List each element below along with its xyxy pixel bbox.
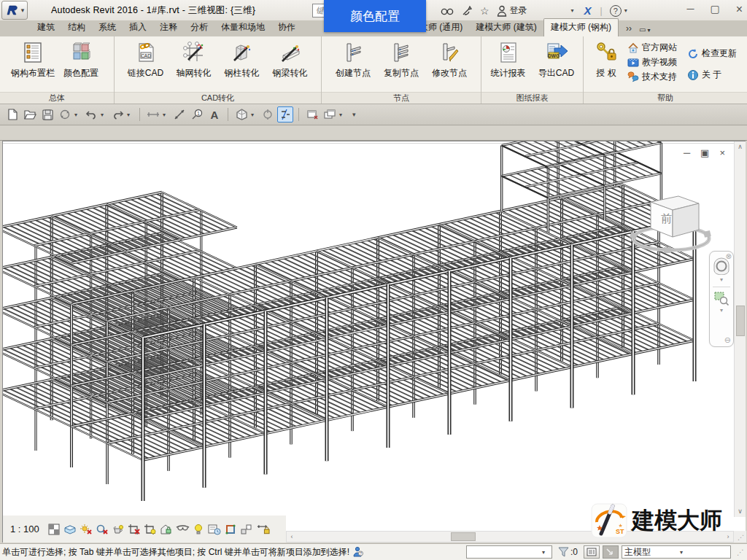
modify-joint-button[interactable]: 修改节点 — [425, 39, 473, 79]
signin-person-icon[interactable] — [497, 5, 507, 17]
view-close-icon[interactable]: × — [719, 147, 725, 158]
sun-path-icon[interactable] — [80, 522, 93, 536]
undo-dropdown-icon[interactable]: ▾ — [101, 112, 108, 118]
zoom-dropdown-icon[interactable]: ▾ — [720, 307, 723, 314]
view-minimize-icon[interactable]: ─ — [684, 147, 690, 158]
analytical-model-icon[interactable] — [224, 522, 238, 536]
customize-qat-icon[interactable]: ▾ — [352, 111, 360, 118]
window-resize-grip[interactable]: ⋰ — [737, 548, 745, 556]
exclude-options-button[interactable] — [603, 545, 619, 559]
column-convert-button[interactable]: 钢柱转化 — [218, 39, 266, 79]
navbar-close-icon[interactable]: ⊗ — [726, 252, 732, 260]
help-dropdown-icon[interactable]: ▾ — [624, 7, 632, 14]
tab-architecture[interactable]: 建筑 — [31, 19, 61, 36]
help-icon[interactable]: ? — [610, 5, 622, 17]
report-button[interactable]: 统计报表 — [484, 39, 533, 79]
active-workset-select[interactable]: 主模型 ▾ — [622, 545, 731, 559]
visual-style-icon[interactable] — [63, 522, 77, 536]
wheel-dropdown-icon[interactable]: ▾ — [720, 276, 723, 283]
navigation-bar[interactable]: ⊗ ▾ ▾ ⊖ — [709, 251, 734, 347]
tab-massing-site[interactable]: 体量和场地 — [214, 19, 271, 36]
measure-dropdown-icon[interactable]: ▾ — [163, 112, 170, 118]
search-binoculars-icon[interactable] — [441, 5, 454, 17]
beam-convert-button[interactable]: 钢梁转化 — [266, 39, 314, 79]
editable-only-button[interactable] — [584, 545, 600, 559]
signin-dropdown-icon[interactable]: ▾ — [571, 7, 578, 14]
measure-icon[interactable] — [145, 106, 161, 122]
scale-button[interactable]: 1 : 100 — [10, 524, 39, 534]
switch-windows-icon[interactable] — [322, 106, 338, 122]
vertical-scrollbar[interactable]: ∧ ∨ — [734, 141, 746, 517]
displacement-icon[interactable] — [240, 522, 254, 536]
scroll-right-icon[interactable]: › — [723, 533, 733, 540]
unlocked-view-icon[interactable] — [160, 522, 174, 536]
copy-joint-button[interactable]: 复制节点 — [377, 39, 425, 79]
render-icon[interactable] — [112, 522, 125, 536]
sync-dropdown-icon[interactable]: ▾ — [74, 112, 82, 118]
viewcube[interactable]: 前 — [629, 174, 716, 258]
tab-structure[interactable]: 结构 — [61, 19, 92, 36]
tab-master-steel[interactable]: 建模大师 (钢构) — [543, 18, 619, 36]
switch-windows-dropdown-icon[interactable]: ▾ — [339, 112, 347, 118]
more-tabs-icon[interactable]: ›› — [626, 23, 632, 36]
minimize-button[interactable]: ─ — [687, 3, 694, 16]
default-3d-view-icon[interactable] — [233, 106, 249, 122]
tab-master-architecture[interactable]: 建模大师 (建筑) — [469, 19, 543, 36]
ribbon-state-toggle-icon[interactable]: ▭ — [639, 26, 646, 36]
steel-layout-button[interactable]: 钢构布置栏 — [9, 39, 57, 79]
thin-lines-icon[interactable] — [277, 106, 293, 122]
undo-icon[interactable] — [83, 106, 99, 122]
design-options-select[interactable]: ▾ — [466, 545, 552, 559]
section-icon[interactable] — [260, 106, 276, 122]
scroll-up-icon[interactable]: ∧ — [735, 141, 746, 152]
scroll-left-icon[interactable]: ‹ — [287, 533, 297, 540]
export-cad-button[interactable]: DWG 导出CAD — [533, 39, 581, 79]
temporary-hide-icon[interactable] — [176, 522, 190, 536]
close-button[interactable]: × — [736, 3, 743, 16]
signin-label[interactable]: 登录 — [510, 4, 527, 17]
support-button[interactable]: 技术支持 — [627, 71, 677, 83]
shadows-icon[interactable] — [96, 522, 109, 536]
grid-convert-button[interactable]: 轴网转化 — [170, 39, 218, 79]
selection-filter-button[interactable]: :0 — [555, 547, 581, 557]
view-restore-icon[interactable]: ▣ — [700, 147, 709, 158]
crop-view-icon[interactable] — [128, 522, 142, 536]
website-button[interactable]: 官方网站 — [627, 42, 677, 54]
redo-icon[interactable] — [109, 106, 125, 122]
drawing-area[interactable]: ─ ▣ × 前 ⊗ ▾ ▾ ⊖ ∧ ∨ 1 : 100 — [2, 141, 746, 542]
open-file-icon[interactable] — [22, 106, 38, 122]
ribbon-state-dropdown-icon[interactable]: ▾ — [647, 27, 650, 36]
zoom-region-icon[interactable] — [713, 291, 729, 306]
temporary-view-icon[interactable] — [208, 522, 222, 536]
favorites-star-icon[interactable]: ☆ — [480, 6, 489, 16]
exchange-apps-icon[interactable]: X — [584, 4, 592, 17]
sync-icon[interactable] — [57, 106, 73, 122]
check-update-button[interactable]: 检查更新 — [687, 47, 737, 60]
maximize-button[interactable]: ▢ — [710, 3, 719, 16]
reveal-hidden-icon[interactable] — [192, 522, 206, 536]
about-button[interactable]: 关 于 — [687, 69, 737, 81]
navbar-collapse-icon[interactable]: ⊖ — [724, 335, 731, 345]
hscroll-thumb[interactable] — [451, 532, 476, 541]
close-hidden-windows-icon[interactable] — [304, 106, 320, 122]
communication-center-icon[interactable] — [461, 5, 473, 17]
detail-level-icon[interactable] — [47, 522, 61, 536]
show-crop-icon[interactable] — [144, 522, 158, 536]
3d-view-dropdown-icon[interactable]: ▾ — [251, 112, 258, 118]
link-cad-button[interactable]: CAD 链接CAD — [122, 39, 170, 79]
aligned-dimension-icon[interactable] — [171, 106, 187, 122]
tab-insert[interactable]: 插入 — [123, 19, 153, 36]
reveal-constraints-icon[interactable] — [256, 522, 270, 536]
new-file-icon[interactable] — [4, 106, 20, 122]
tag-icon[interactable]: 1 — [189, 106, 205, 122]
tab-systems[interactable]: 系统 — [92, 19, 123, 36]
viewcube-cube[interactable]: 前 — [651, 196, 699, 237]
tab-collaborate[interactable]: 协作 — [271, 19, 302, 36]
video-button[interactable]: 教学视频 — [627, 56, 677, 69]
license-button[interactable]: 授 权 — [589, 39, 623, 79]
tab-annotate[interactable]: 注释 — [153, 19, 184, 36]
tab-analyze[interactable]: 分析 — [184, 19, 214, 36]
save-icon[interactable] — [39, 106, 55, 122]
redo-dropdown-icon[interactable]: ▾ — [127, 112, 134, 118]
text-icon[interactable]: A — [206, 106, 222, 122]
